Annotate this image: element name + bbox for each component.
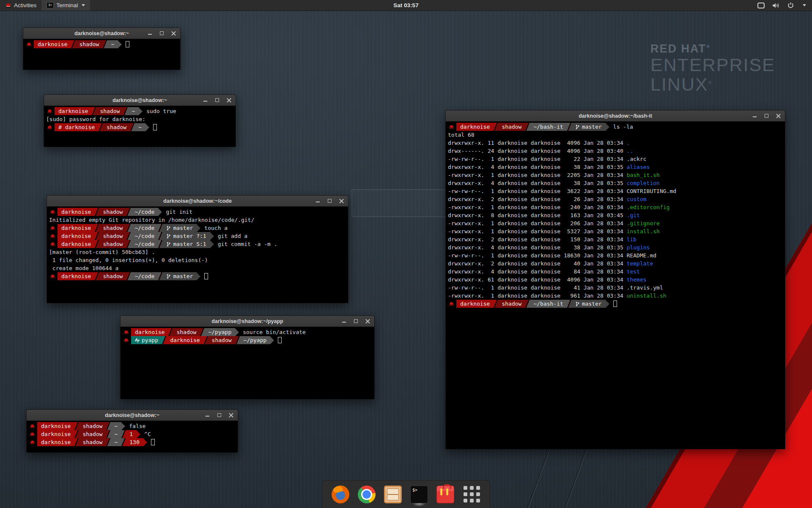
app-menu-button[interactable]: $> Terminal [41, 0, 90, 11]
terminal-line: drwxrwxr-x. 61 darknoise darknoise 4096 … [448, 276, 785, 284]
window-title: darknoise@shadow:~/pyapp [121, 318, 374, 324]
clock[interactable]: Sat 03:57 [393, 2, 418, 8]
ls-row-attrs: drwxrwxr-x. 4 darknoise darknoise 38 Jan… [448, 180, 627, 186]
prompt-segment-user: darknoise [58, 240, 95, 248]
display-icon[interactable] [757, 3, 765, 8]
terminal-line: darknoiseshadow~1^C [29, 430, 238, 438]
window-controls [342, 316, 370, 326]
redhat-prompt-icon [47, 109, 52, 114]
terminal-line: darknoiseshadow~/codemaster S:1git commi… [49, 240, 348, 248]
window-titlebar[interactable]: darknoise@shadow:~ [23, 28, 180, 39]
maximize-button[interactable] [764, 113, 769, 118]
ls-row-attrs: -rwxrwxr-x. 1 darknoise darknoise 240 Ja… [448, 204, 627, 210]
ls-row-attrs: drwxrwxr-x. 61 darknoise darknoise 4096 … [448, 276, 627, 283]
prompt-segment-path: ~/bash-it [529, 300, 567, 308]
terminal-line: 1 file changed, 0 insertions(+), 0 delet… [49, 256, 348, 264]
ls-row-filename: .git [627, 212, 640, 218]
dock-terminal-button[interactable]: $> [409, 485, 429, 504]
powerline-end-arrow-icon [139, 108, 143, 115]
dock-chrome-button[interactable] [357, 485, 376, 504]
volume-icon[interactable] [772, 3, 780, 8]
git-branch-icon [166, 274, 171, 279]
close-button[interactable] [227, 98, 231, 102]
terminal-content[interactable]: darknoiseshadow~/codegit initInitialized… [47, 207, 348, 303]
ls-row-attrs: -rwxrwxr-x. 1 darknoise darknoise 206 Ja… [448, 220, 627, 226]
terminal-app-icon: $> [47, 2, 54, 8]
window-titlebar[interactable]: darknoise@shadow:~ [27, 410, 238, 421]
power-icon[interactable] [787, 2, 794, 8]
prompt-segment-user: darknoise [37, 438, 74, 446]
maximize-button[interactable] [159, 31, 164, 36]
powerline-separator-icon [95, 240, 99, 248]
prompt-segment-user: darknoise [34, 40, 71, 48]
powerline-separator-icon [126, 240, 131, 248]
redhat-prompt-icon [123, 338, 129, 343]
close-button[interactable] [339, 199, 344, 203]
powerline-separator-icon [158, 224, 162, 232]
ls-row-filename: CONTRIBUTING.md [627, 188, 676, 194]
terminal-content[interactable]: darknoiseshadow~sudo true[sudo] password… [44, 106, 236, 147]
ls-row-filename: lib [627, 236, 636, 243]
activities-label: Activities [14, 2, 36, 8]
minimize-button[interactable] [315, 199, 320, 203]
powerline-separator-icon [158, 232, 162, 240]
terminal-line: darknoiseshadow~/codemaster [49, 272, 348, 280]
terminal-line: drwxrwxr-x. 4 darknoise darknoise 84 Jan… [448, 268, 785, 276]
maximize-button[interactable] [217, 413, 222, 417]
window-titlebar[interactable]: darknoise@shadow:~/pyapp [121, 316, 374, 327]
command-text: git add a [218, 233, 247, 239]
powerline-separator-icon [92, 107, 96, 115]
dock-firefox-button[interactable] [331, 485, 350, 504]
minimize-button[interactable] [148, 31, 152, 36]
maximize-button[interactable] [327, 199, 332, 203]
terminal-line: -rwxrwxr-x. 1 darknoise darknoise 240 Ja… [448, 203, 785, 211]
prompt-segment-host: shadow [75, 40, 103, 48]
powerline-separator-icon [494, 300, 498, 308]
terminal-line: drwx------. 24 darknoise darknoise 4096 … [448, 147, 785, 155]
close-button[interactable] [776, 113, 781, 118]
terminal-content[interactable]: darknoiseshadow~ [23, 39, 180, 70]
powerline-separator-icon [121, 430, 126, 438]
activities-button[interactable]: Activities [0, 0, 41, 11]
terminal-content[interactable]: darknoiseshadow~/bash-itmasterls -latota… [446, 121, 785, 449]
window-titlebar[interactable]: darknoise@shadow:~/bash-it [446, 110, 785, 121]
dock-files-button[interactable] [383, 485, 403, 504]
redhat-prompt-icon [449, 301, 454, 306]
prompt-segment-user: darknoise [58, 208, 95, 216]
prompt-segment-user: darknoise [37, 422, 74, 430]
ls-row-filename: .editorconfig [627, 204, 670, 210]
prompt-segment-path: ~/pyapp [240, 336, 271, 344]
prompt-segment-host: shadow [96, 107, 123, 115]
minimize-button[interactable] [205, 413, 210, 417]
terminal-window: darknoise@shadow:~/bash-itdarknoiseshado… [445, 110, 785, 449]
close-button[interactable] [365, 319, 370, 323]
minimize-button[interactable] [752, 113, 757, 118]
maximize-button[interactable] [215, 98, 219, 102]
close-button[interactable] [229, 413, 233, 417]
terminal-icon: $> [410, 486, 428, 503]
minimize-button[interactable] [342, 319, 346, 323]
dock-toolbox-button[interactable] [436, 485, 455, 504]
prompt-segment-host: shadow [99, 232, 126, 240]
redhat-prompt-icon [50, 226, 55, 231]
window-titlebar[interactable]: darknoise@shadow:~ [44, 95, 236, 106]
branding-redhat: RED HAT® [650, 42, 775, 55]
terminal-line: -rw-rw-r--. 1 darknoise darknoise 18630 … [448, 251, 785, 260]
system-menu-chevron-icon[interactable] [803, 4, 806, 6]
powerline-separator-icon [158, 272, 162, 280]
window-titlebar[interactable]: darknoise@shadow:~/code [47, 196, 348, 207]
terminal-window: darknoise@shadow:~darknoiseshadow~sudo t… [44, 94, 236, 147]
ls-row-attrs: drwxrwxr-x. 8 darknoise darknoise 163 Ja… [448, 212, 627, 218]
minimize-button[interactable] [203, 98, 208, 102]
dock-app-grid-button[interactable] [462, 485, 481, 504]
command-text: false [129, 423, 145, 429]
terminal-line: drwxrwxr-x. 4 darknoise darknoise 38 Jan… [448, 163, 785, 171]
terminal-content[interactable]: darknoiseshadow~falsedarknoiseshadow~1^C… [27, 421, 238, 453]
powerline-separator-icon [168, 328, 173, 336]
close-button[interactable] [171, 31, 176, 36]
terminal-line: -rwxrwxr-x. 1 darknoise darknoise 206 Ja… [448, 219, 785, 227]
terminal-content[interactable]: darknoiseshadow~/pyappsource bin/activat… [121, 327, 374, 399]
maximize-button[interactable] [354, 319, 358, 323]
powerline-separator-icon [567, 300, 571, 308]
chevron-down-icon [82, 4, 85, 6]
